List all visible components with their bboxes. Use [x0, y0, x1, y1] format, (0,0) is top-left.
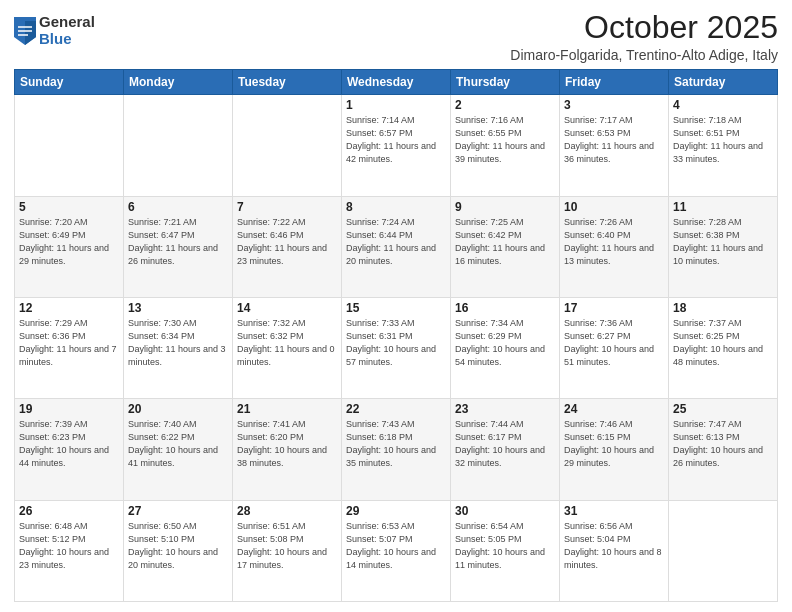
- table-row: 31Sunrise: 6:56 AM Sunset: 5:04 PM Dayli…: [560, 500, 669, 601]
- table-row: 17Sunrise: 7:36 AM Sunset: 6:27 PM Dayli…: [560, 297, 669, 398]
- day-info: Sunrise: 7:22 AM Sunset: 6:46 PM Dayligh…: [237, 216, 337, 268]
- day-number: 7: [237, 200, 337, 214]
- table-row: 24Sunrise: 7:46 AM Sunset: 6:15 PM Dayli…: [560, 399, 669, 500]
- logo-general-text: General: [39, 14, 95, 31]
- day-info: Sunrise: 6:48 AM Sunset: 5:12 PM Dayligh…: [19, 520, 119, 572]
- day-number: 22: [346, 402, 446, 416]
- table-row: [124, 95, 233, 196]
- day-info: Sunrise: 7:29 AM Sunset: 6:36 PM Dayligh…: [19, 317, 119, 369]
- table-row: 13Sunrise: 7:30 AM Sunset: 6:34 PM Dayli…: [124, 297, 233, 398]
- col-sunday: Sunday: [15, 70, 124, 95]
- day-info: Sunrise: 7:16 AM Sunset: 6:55 PM Dayligh…: [455, 114, 555, 166]
- day-number: 3: [564, 98, 664, 112]
- day-number: 19: [19, 402, 119, 416]
- table-row: 7Sunrise: 7:22 AM Sunset: 6:46 PM Daylig…: [233, 196, 342, 297]
- calendar-week-row: 12Sunrise: 7:29 AM Sunset: 6:36 PM Dayli…: [15, 297, 778, 398]
- table-row: 5Sunrise: 7:20 AM Sunset: 6:49 PM Daylig…: [15, 196, 124, 297]
- day-number: 17: [564, 301, 664, 315]
- table-row: 12Sunrise: 7:29 AM Sunset: 6:36 PM Dayli…: [15, 297, 124, 398]
- day-number: 8: [346, 200, 446, 214]
- day-number: 23: [455, 402, 555, 416]
- col-wednesday: Wednesday: [342, 70, 451, 95]
- day-number: 5: [19, 200, 119, 214]
- day-info: Sunrise: 7:39 AM Sunset: 6:23 PM Dayligh…: [19, 418, 119, 470]
- day-number: 15: [346, 301, 446, 315]
- day-info: Sunrise: 7:41 AM Sunset: 6:20 PM Dayligh…: [237, 418, 337, 470]
- day-number: 30: [455, 504, 555, 518]
- table-row: 14Sunrise: 7:32 AM Sunset: 6:32 PM Dayli…: [233, 297, 342, 398]
- table-row: 15Sunrise: 7:33 AM Sunset: 6:31 PM Dayli…: [342, 297, 451, 398]
- day-info: Sunrise: 7:18 AM Sunset: 6:51 PM Dayligh…: [673, 114, 773, 166]
- col-friday: Friday: [560, 70, 669, 95]
- calendar-week-row: 26Sunrise: 6:48 AM Sunset: 5:12 PM Dayli…: [15, 500, 778, 601]
- day-number: 1: [346, 98, 446, 112]
- day-info: Sunrise: 6:51 AM Sunset: 5:08 PM Dayligh…: [237, 520, 337, 572]
- day-number: 6: [128, 200, 228, 214]
- calendar-week-row: 5Sunrise: 7:20 AM Sunset: 6:49 PM Daylig…: [15, 196, 778, 297]
- table-row: 8Sunrise: 7:24 AM Sunset: 6:44 PM Daylig…: [342, 196, 451, 297]
- day-info: Sunrise: 7:28 AM Sunset: 6:38 PM Dayligh…: [673, 216, 773, 268]
- logo-text: General Blue: [39, 14, 95, 47]
- day-info: Sunrise: 7:34 AM Sunset: 6:29 PM Dayligh…: [455, 317, 555, 369]
- table-row: 20Sunrise: 7:40 AM Sunset: 6:22 PM Dayli…: [124, 399, 233, 500]
- day-info: Sunrise: 6:50 AM Sunset: 5:10 PM Dayligh…: [128, 520, 228, 572]
- table-row: 30Sunrise: 6:54 AM Sunset: 5:05 PM Dayli…: [451, 500, 560, 601]
- day-info: Sunrise: 7:47 AM Sunset: 6:13 PM Dayligh…: [673, 418, 773, 470]
- day-info: Sunrise: 7:24 AM Sunset: 6:44 PM Dayligh…: [346, 216, 446, 268]
- day-info: Sunrise: 7:40 AM Sunset: 6:22 PM Dayligh…: [128, 418, 228, 470]
- location: Dimaro-Folgarida, Trentino-Alto Adige, I…: [510, 47, 778, 63]
- table-row: 11Sunrise: 7:28 AM Sunset: 6:38 PM Dayli…: [669, 196, 778, 297]
- table-row: 23Sunrise: 7:44 AM Sunset: 6:17 PM Dayli…: [451, 399, 560, 500]
- logo: General Blue: [14, 14, 95, 47]
- calendar-table: Sunday Monday Tuesday Wednesday Thursday…: [14, 69, 778, 602]
- day-number: 14: [237, 301, 337, 315]
- day-number: 31: [564, 504, 664, 518]
- table-row: 4Sunrise: 7:18 AM Sunset: 6:51 PM Daylig…: [669, 95, 778, 196]
- table-row: 16Sunrise: 7:34 AM Sunset: 6:29 PM Dayli…: [451, 297, 560, 398]
- month-title: October 2025: [510, 10, 778, 45]
- day-info: Sunrise: 6:54 AM Sunset: 5:05 PM Dayligh…: [455, 520, 555, 572]
- day-number: 28: [237, 504, 337, 518]
- table-row: 2Sunrise: 7:16 AM Sunset: 6:55 PM Daylig…: [451, 95, 560, 196]
- day-info: Sunrise: 6:56 AM Sunset: 5:04 PM Dayligh…: [564, 520, 664, 572]
- day-info: Sunrise: 7:20 AM Sunset: 6:49 PM Dayligh…: [19, 216, 119, 268]
- day-info: Sunrise: 7:32 AM Sunset: 6:32 PM Dayligh…: [237, 317, 337, 369]
- calendar-header-row: Sunday Monday Tuesday Wednesday Thursday…: [15, 70, 778, 95]
- calendar-week-row: 19Sunrise: 7:39 AM Sunset: 6:23 PM Dayli…: [15, 399, 778, 500]
- day-number: 16: [455, 301, 555, 315]
- day-info: Sunrise: 7:14 AM Sunset: 6:57 PM Dayligh…: [346, 114, 446, 166]
- day-info: Sunrise: 7:26 AM Sunset: 6:40 PM Dayligh…: [564, 216, 664, 268]
- day-info: Sunrise: 7:37 AM Sunset: 6:25 PM Dayligh…: [673, 317, 773, 369]
- logo-blue-text: Blue: [39, 31, 95, 48]
- logo-icon: [14, 17, 36, 45]
- table-row: [669, 500, 778, 601]
- table-row: 22Sunrise: 7:43 AM Sunset: 6:18 PM Dayli…: [342, 399, 451, 500]
- header-right: October 2025 Dimaro-Folgarida, Trentino-…: [510, 10, 778, 63]
- col-saturday: Saturday: [669, 70, 778, 95]
- table-row: 25Sunrise: 7:47 AM Sunset: 6:13 PM Dayli…: [669, 399, 778, 500]
- day-info: Sunrise: 7:21 AM Sunset: 6:47 PM Dayligh…: [128, 216, 228, 268]
- table-row: 19Sunrise: 7:39 AM Sunset: 6:23 PM Dayli…: [15, 399, 124, 500]
- day-number: 20: [128, 402, 228, 416]
- col-thursday: Thursday: [451, 70, 560, 95]
- day-info: Sunrise: 7:25 AM Sunset: 6:42 PM Dayligh…: [455, 216, 555, 268]
- page: General Blue October 2025 Dimaro-Folgari…: [0, 0, 792, 612]
- day-number: 27: [128, 504, 228, 518]
- table-row: [233, 95, 342, 196]
- table-row: 26Sunrise: 6:48 AM Sunset: 5:12 PM Dayli…: [15, 500, 124, 601]
- day-number: 29: [346, 504, 446, 518]
- day-number: 4: [673, 98, 773, 112]
- table-row: 29Sunrise: 6:53 AM Sunset: 5:07 PM Dayli…: [342, 500, 451, 601]
- day-number: 26: [19, 504, 119, 518]
- header: General Blue October 2025 Dimaro-Folgari…: [14, 10, 778, 63]
- table-row: 28Sunrise: 6:51 AM Sunset: 5:08 PM Dayli…: [233, 500, 342, 601]
- table-row: 21Sunrise: 7:41 AM Sunset: 6:20 PM Dayli…: [233, 399, 342, 500]
- day-number: 11: [673, 200, 773, 214]
- svg-marker-1: [25, 21, 36, 45]
- day-number: 13: [128, 301, 228, 315]
- day-info: Sunrise: 7:17 AM Sunset: 6:53 PM Dayligh…: [564, 114, 664, 166]
- table-row: 27Sunrise: 6:50 AM Sunset: 5:10 PM Dayli…: [124, 500, 233, 601]
- table-row: 6Sunrise: 7:21 AM Sunset: 6:47 PM Daylig…: [124, 196, 233, 297]
- table-row: 3Sunrise: 7:17 AM Sunset: 6:53 PM Daylig…: [560, 95, 669, 196]
- day-number: 18: [673, 301, 773, 315]
